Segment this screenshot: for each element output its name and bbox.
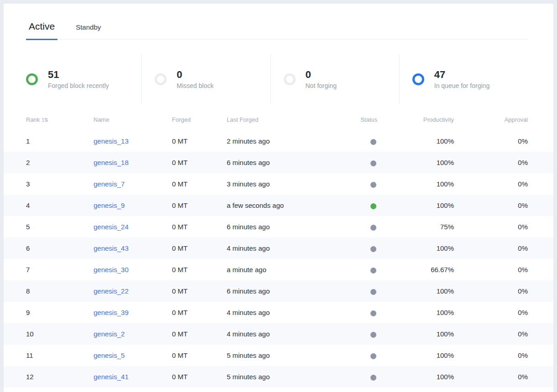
not-forging-ring-icon (284, 73, 296, 85)
forged-cell: 0 MT (172, 159, 227, 166)
delegate-name-link[interactable]: genesis_24 (94, 223, 129, 231)
delegate-name-link[interactable]: genesis_13 (94, 137, 129, 145)
stat-label: Not forging (306, 82, 337, 89)
last-forged-cell: 6 minutes ago (227, 159, 332, 166)
status-dot-icon (370, 375, 376, 381)
last-forged-cell: 5 minutes ago (227, 351, 332, 359)
approval-cell: 0% (454, 180, 528, 188)
rank-cell: 6 (26, 244, 94, 252)
productivity-cell: 100% (377, 351, 454, 359)
rank-cell: 3 (26, 180, 94, 188)
delegate-name-link[interactable]: genesis_43 (94, 244, 129, 252)
status-dot-icon (370, 203, 376, 209)
stat-label: Missed block (177, 82, 213, 89)
delegate-name-link[interactable]: genesis_9 (94, 201, 125, 209)
delegate-name-link[interactable]: genesis_30 (94, 266, 129, 273)
column-header-status: Status (332, 116, 377, 123)
productivity-cell: 75% (377, 223, 454, 231)
status-cell (332, 287, 377, 295)
delegate-name-link[interactable]: genesis_2 (94, 330, 125, 338)
delegate-name-link[interactable]: genesis_7 (94, 180, 125, 188)
table-row: 5 genesis_24 0 MT 6 minutes ago 75% 0% (4, 216, 553, 237)
table-row: 12 genesis_41 0 MT 5 minutes ago 100% 0% (4, 366, 553, 387)
missed-ring-icon (155, 73, 167, 85)
forged-cell: 0 MT (172, 266, 227, 273)
last-forged-cell: 5 minutes ago (227, 373, 332, 381)
status-dot-icon (370, 332, 376, 338)
last-forged-cell: 4 minutes ago (227, 330, 332, 338)
stat-value: 47 (434, 70, 489, 80)
table-row: 8 genesis_22 0 MT 6 minutes ago 100% 0% (4, 280, 553, 302)
tab-active[interactable]: Active (26, 21, 57, 40)
productivity-cell: 100% (377, 244, 454, 252)
productivity-cell: 66.67% (377, 266, 454, 273)
column-header-approval: Approval (454, 116, 528, 123)
status-dot-icon (370, 268, 376, 273)
rank-cell: 4 (26, 201, 94, 209)
stat-label: Forged block recently (48, 82, 109, 89)
status-dot-icon (370, 182, 376, 188)
forged-cell: 0 MT (172, 201, 227, 209)
stat-label: In queue for forging (434, 82, 489, 89)
approval-cell: 0% (454, 287, 528, 295)
productivity-cell: 100% (377, 201, 454, 209)
last-forged-cell: a few seconds ago (227, 201, 332, 209)
rank-cell: 10 (26, 330, 94, 338)
approval-cell: 0% (454, 351, 528, 359)
rank-cell: 2 (26, 159, 94, 166)
status-cell (332, 373, 377, 381)
status-dot-icon (370, 289, 376, 295)
last-forged-cell: 3 minutes ago (227, 180, 332, 188)
table-row: 10 genesis_2 0 MT 4 minutes ago 100% 0% (4, 323, 553, 345)
last-forged-cell: 4 minutes ago (227, 309, 332, 316)
approval-cell: 0% (454, 223, 528, 231)
productivity-cell: 100% (377, 309, 454, 316)
table-header: Rank1⇅ Name Forged Last Forged Status Pr… (26, 116, 528, 130)
table-row: 1 genesis_13 0 MT 2 minutes ago 100% 0% (4, 130, 553, 152)
table-row: 6 genesis_43 0 MT 4 minutes ago 100% 0% (4, 237, 553, 259)
table-row: 4 genesis_9 0 MT a few seconds ago 100% … (4, 195, 553, 216)
column-header-rank-label: Rank (26, 116, 40, 123)
status-dot-icon (370, 139, 376, 145)
rank-cell: 1 (26, 137, 94, 145)
delegate-name-link[interactable]: genesis_41 (94, 373, 129, 381)
status-cell (332, 223, 377, 231)
last-forged-cell: a minute ago (227, 266, 332, 273)
status-dot-icon (370, 225, 376, 231)
rank-cell: 8 (26, 287, 94, 295)
rank-cell: 9 (26, 309, 94, 316)
table-row: 2 genesis_18 0 MT 6 minutes ago 100% 0% (4, 152, 553, 173)
forged-cell: 0 MT (172, 223, 227, 231)
column-header-productivity: Productivity (377, 116, 454, 123)
stat-forged-recently: 51 Forged block recently (26, 54, 141, 104)
forging-stats: 51 Forged block recently 0 Missed block … (26, 54, 528, 104)
status-cell (332, 244, 377, 252)
delegate-name-link[interactable]: genesis_18 (94, 159, 129, 166)
approval-cell: 0% (454, 309, 528, 316)
approval-cell: 0% (454, 266, 528, 273)
column-header-forged: Forged (172, 116, 227, 123)
delegate-name-link[interactable]: genesis_22 (94, 287, 129, 295)
numeric-sort-icon[interactable]: 1⇅ (42, 117, 47, 123)
status-cell (332, 266, 377, 273)
approval-cell: 0% (454, 201, 528, 209)
rank-cell: 7 (26, 266, 94, 273)
forged-cell: 0 MT (172, 287, 227, 295)
approval-cell: 0% (454, 159, 528, 166)
delegate-name-link[interactable]: genesis_39 (94, 309, 129, 316)
status-cell (332, 180, 377, 188)
stat-value: 0 (306, 70, 337, 80)
delegates-panel: Active Standby 51 Forged block recently … (4, 4, 553, 392)
approval-cell: 0% (454, 137, 528, 145)
delegate-name-link[interactable]: genesis_5 (94, 351, 125, 359)
tab-standby[interactable]: Standby (73, 23, 104, 39)
forged-cell: 0 MT (172, 373, 227, 381)
table-row: 3 genesis_7 0 MT 3 minutes ago 100% 0% (4, 173, 553, 195)
last-forged-cell: 6 minutes ago (227, 223, 332, 231)
column-header-last-forged: Last Forged (227, 116, 332, 123)
status-cell (332, 201, 377, 209)
stat-value: 0 (177, 70, 213, 80)
stat-not-forging: 0 Not forging (271, 54, 399, 104)
queue-ring-icon (412, 73, 424, 85)
delegates-table-body: 1 genesis_13 0 MT 2 minutes ago 100% 0% … (4, 130, 553, 387)
